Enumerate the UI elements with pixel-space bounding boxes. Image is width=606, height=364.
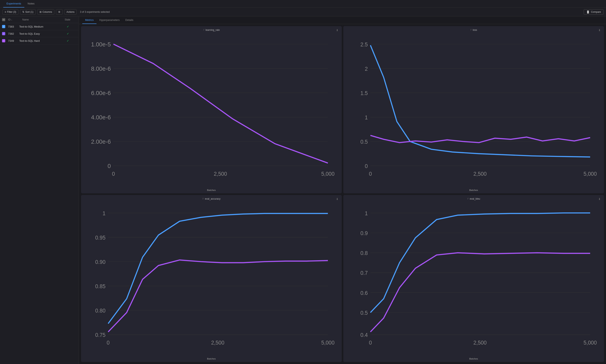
chart-svg-eval-bleu: 1 0.9 0.8 0.7 0.6 0.5 0.4 0 2,500 5,000 [347,202,601,357]
svg-text:4.00e-6: 4.00e-6 [91,114,111,121]
download-icon[interactable]: ⬇ [336,197,338,201]
chart-title: T learning_rate [203,29,220,31]
row-state-7383: ✓ [67,25,77,28]
chart-learning-rate: T learning_rate ⬇ [81,26,342,193]
svg-text:0: 0 [108,163,111,169]
compare-icon: ▐▌ [586,11,590,13]
svg-text:0.90: 0.90 [95,259,106,265]
svg-text:2.00e-6: 2.00e-6 [91,138,111,145]
chart-loss: T loss ⬇ [343,26,604,193]
svg-text:0.80: 0.80 [95,307,106,314]
success-icon: ✓ [67,32,69,35]
check-icon: ✓ [3,40,4,42]
filter-sliders-button[interactable]: ⚙ [56,9,63,14]
chart-title: T loss [470,29,477,31]
table-row[interactable]: ✓ 7382 Text-to-SQL Easy ✓ [0,30,79,37]
svg-text:0.4: 0.4 [360,332,368,338]
tab-metrics[interactable]: Metrics [82,16,96,24]
row-id-7382: 7382 [8,32,19,35]
check-icon: ✓ [3,26,4,28]
tab-experiments[interactable]: Experiments [3,0,24,8]
success-icon: ✓ [67,39,69,42]
svg-text:1.5: 1.5 [360,90,368,96]
row-checkbox-7383[interactable]: ✓ [2,25,5,28]
download-icon[interactable]: ⬇ [598,29,601,32]
filter-button[interactable]: ≡ Filter (3) [2,9,18,14]
svg-text:0.95: 0.95 [95,234,106,241]
svg-text:5,000: 5,000 [583,339,597,346]
tab-hyperparameters[interactable]: Hyperparameters [96,16,122,24]
sort-icon: ⇅ [22,11,24,13]
tab-notes[interactable]: Notes [24,0,38,8]
chart-title-row: V eval_bleu ⬇ [347,197,601,200]
compare-button[interactable]: ▐▌ Compare [584,9,604,14]
svg-text:2,500: 2,500 [474,339,487,346]
check-icon: ✓ [3,33,4,35]
col-header-name: Name [22,18,65,21]
chart-title: V eval_bleu [467,197,480,200]
row-checkbox-7382[interactable]: ✓ [2,32,5,35]
toolbar-right: ▐▌ Compare [584,9,604,14]
svg-text:0.5: 0.5 [360,310,368,316]
svg-text:2.5: 2.5 [360,41,368,48]
chart-x-label: Batches [84,358,338,360]
sort-button[interactable]: ⇅ Sort (1) [20,9,36,14]
svg-text:0.75: 0.75 [95,332,106,338]
chart-area-eval-accuracy: 1 0.95 0.90 0.85 0.80 0.75 0 2,500 5,000 [84,202,338,357]
metrics-tabs: Metrics Hyperparameters Details [79,16,606,24]
main-content: — ID ↓ Name State ✓ 7383 Text-t [0,16,606,364]
tab-details[interactable]: Details [122,16,136,24]
svg-text:2,500: 2,500 [211,339,224,346]
svg-text:1.00e-5: 1.00e-5 [91,41,111,48]
table-row[interactable]: ✓ 7383 Text-to-SQL Medium ✓ [0,23,79,30]
toolbar: ≡ Filter (3) ⇅ Sort (1) ⊞ Columns ⚙ Acti… [0,8,606,16]
col-header-id: ID ↓ [8,18,22,21]
chart-area-eval-bleu: 1 0.9 0.8 0.7 0.6 0.5 0.4 0 2,500 5,000 [347,202,601,357]
download-icon[interactable]: ⬇ [336,29,338,32]
chart-title-row: V eval_accuracy ⬇ [84,197,338,200]
type-badge: V [202,198,204,200]
table-row[interactable]: ✓ 7349 Text-to-SQL Hard ✓ [0,37,79,44]
row-name-7383: Text-to-SQL Medium [19,25,67,28]
chart-svg-learning-rate: 1.00e-5 8.00e-6 6.00e-6 4.00e-6 2.00e-6 … [84,33,338,188]
svg-text:2,500: 2,500 [474,171,487,177]
type-badge: T [470,29,471,31]
table-header: — ID ↓ Name State [0,16,79,23]
svg-text:5,000: 5,000 [321,339,335,346]
chart-x-label: Batches [84,189,338,191]
minus-icon: — [3,19,5,21]
svg-text:0.8: 0.8 [360,250,368,256]
row-state-7382: ✓ [67,32,77,35]
svg-text:2,500: 2,500 [214,171,227,177]
svg-text:0: 0 [369,171,372,177]
svg-text:1: 1 [103,210,106,216]
filter-icon: ≡ [5,11,6,13]
type-badge: V [467,198,469,200]
svg-text:0: 0 [107,339,110,346]
download-icon[interactable]: ⬇ [598,197,601,201]
svg-text:6.00e-6: 6.00e-6 [91,89,111,96]
row-state-7349: ✓ [67,39,77,42]
chart-svg-loss: 2.5 2 1.5 1 0.5 0 0 2,500 5,000 [347,33,601,188]
svg-text:1: 1 [365,114,368,121]
svg-text:5,000: 5,000 [321,171,335,177]
svg-text:5,000: 5,000 [583,171,597,177]
actions-button[interactable]: Actions [64,9,77,14]
charts-grid: T learning_rate ⬇ [79,24,606,364]
columns-button[interactable]: ⊞ Columns [37,9,54,14]
row-checkbox-7349[interactable]: ✓ [2,39,5,42]
chart-area-loss: 2.5 2 1.5 1 0.5 0 0 2,500 5,000 [347,33,601,188]
select-all-checkbox[interactable]: — [2,18,5,21]
col-header-state: State [65,18,77,21]
row-name-7349: Text-to-SQL Hard [19,39,67,42]
svg-text:0.5: 0.5 [360,139,368,145]
svg-text:8.00e-6: 8.00e-6 [91,65,111,72]
chart-eval-accuracy: V eval_accuracy ⬇ [81,195,342,362]
row-name-7382: Text-to-SQL Easy [19,32,67,35]
selection-status: 3 of 3 experiments selected [80,11,110,13]
chart-x-label: Batches [347,189,601,191]
success-icon: ✓ [67,25,69,28]
svg-text:0.85: 0.85 [95,283,106,289]
sort-arrow-icon: ↓ [11,18,12,21]
chart-svg-eval-accuracy: 1 0.95 0.90 0.85 0.80 0.75 0 2,500 5,000 [84,202,338,357]
